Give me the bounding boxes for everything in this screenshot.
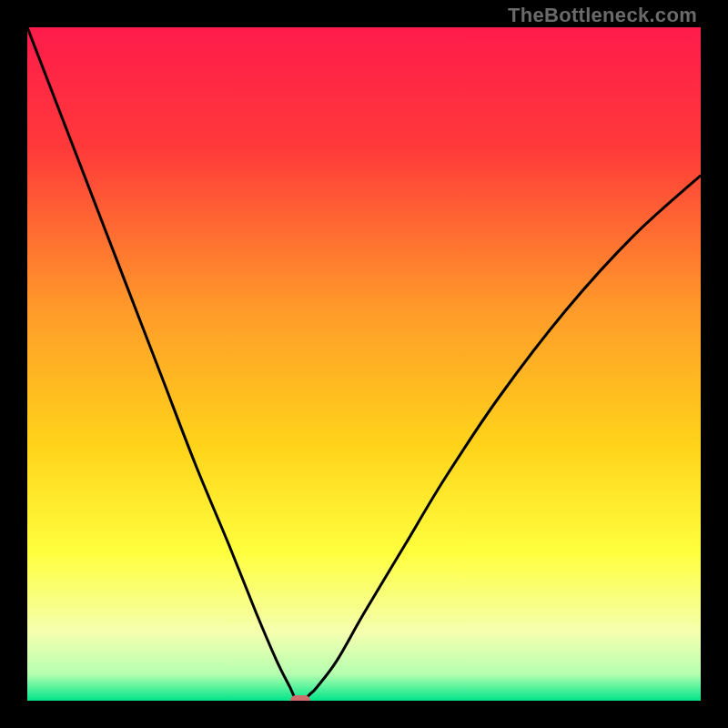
watermark-text: TheBottleneck.com: [508, 4, 697, 27]
chart-outer-frame: TheBottleneck.com: [0, 0, 728, 728]
bottleneck-curve-path: [27, 27, 701, 701]
bottleneck-curve: [27, 27, 701, 701]
minimum-point-marker: [290, 695, 310, 701]
chart-plot-area: [27, 27, 701, 701]
